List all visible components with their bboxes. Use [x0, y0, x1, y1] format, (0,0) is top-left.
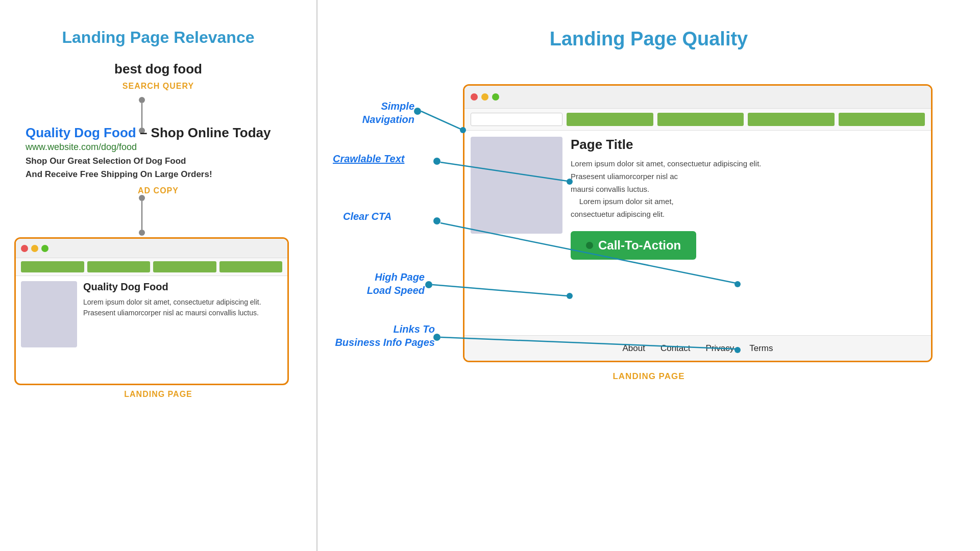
browser-body-right: Page Title Lorem ipsum dolor sit amet, c… — [464, 131, 931, 266]
nav-tab-left-1 — [21, 261, 84, 272]
label-high-page-speed: High PageLoad Speed — [333, 270, 425, 297]
ad-desc-before: Shop Our Great Selection Of — [26, 156, 145, 166]
browser-cta-button[interactable]: Call-To-Action — [571, 231, 696, 260]
browser-content-left: Quality Dog Food Lorem ipsum dolor sit a… — [83, 281, 282, 347]
ad-title-part1: Quality — [26, 125, 74, 140]
browser-left: Quality Dog Food Lorem ipsum dolor sit a… — [14, 237, 289, 385]
nav-tab-right-2 — [657, 113, 744, 126]
nav-tab-left-3 — [153, 261, 216, 272]
browser-nav-left — [16, 258, 287, 276]
ad-desc-bold: Dog Food — [145, 156, 186, 166]
landing-page-label-right: LANDING PAGE — [612, 371, 684, 382]
footer-contact: Contact — [660, 343, 691, 354]
nav-tab-right-4 — [839, 113, 925, 126]
right-dot-yellow — [481, 93, 488, 101]
left-panel: Landing Page Relevance best dog food SEA… — [0, 0, 316, 551]
search-bold: dog food — [145, 61, 202, 77]
search-before: best — [114, 61, 145, 77]
browser-page-title-left: Quality Dog Food — [83, 281, 282, 293]
svg-point-3 — [139, 195, 145, 201]
svg-point-0 — [139, 97, 145, 103]
browser-lorem-right: Lorem ipsum dolor sit amet, consectuetur… — [571, 158, 925, 221]
browser-nav-right — [464, 109, 931, 131]
dot-green — [41, 245, 48, 252]
ad-title-rest: – Shop Online Today — [136, 125, 271, 140]
browser-lorem-left: Lorem ipsum dolor sit amet, consectuetur… — [83, 297, 282, 318]
svg-point-5 — [139, 230, 145, 236]
right-dot-red — [471, 93, 478, 101]
ad-copy-label: AD COPY — [138, 186, 179, 195]
browser-right: Page Title Lorem ipsum dolor sit amet, c… — [463, 84, 933, 362]
ad-title: Quality Dog Food – Shop Online Today — [26, 125, 291, 141]
nav-tab-right-3 — [748, 113, 835, 126]
ad-url: www.website.com/dog/food — [26, 142, 291, 153]
nav-addressbar — [471, 113, 562, 126]
label-simple-navigation: SimpleNavigation — [333, 99, 414, 126]
footer-terms: Terms — [749, 343, 773, 354]
dot-yellow — [31, 245, 38, 252]
ad-desc: Shop Our Great Selection Of Dog Food And… — [26, 155, 291, 181]
browser-titlebar-left — [16, 239, 287, 258]
browser-image-left — [21, 281, 77, 347]
right-dot-green — [492, 93, 499, 101]
nav-tab-left-2 — [87, 261, 151, 272]
right-title: Landing Page Quality — [550, 28, 748, 50]
svg-point-9 — [433, 158, 440, 165]
ad-title-bold: Dog Food — [74, 125, 136, 140]
footer-about: About — [622, 343, 645, 354]
nav-tab-right-1 — [567, 113, 653, 126]
ad-desc-line2: And Receive Free Shipping On Large Order… — [26, 169, 212, 179]
svg-point-12 — [433, 217, 440, 224]
browser-page-title-right: Page Title — [571, 137, 925, 153]
browser-image-right — [471, 137, 562, 234]
search-query-text: best dog food — [114, 61, 202, 77]
footer-privacy: Privacy — [706, 343, 734, 354]
browser-body-left: Quality Dog Food Lorem ipsum dolor sit a… — [16, 276, 287, 353]
left-title: Landing Page Relevance — [62, 28, 254, 47]
right-panel: Landing Page Quality Page Title Lorem ip… — [317, 0, 980, 551]
landing-page-label-left: LANDING PAGE — [124, 390, 192, 399]
svg-point-15 — [425, 281, 432, 288]
dot-red — [21, 245, 28, 252]
svg-line-7 — [421, 111, 463, 130]
ad-copy-block: Quality Dog Food – Shop Online Today www… — [26, 125, 291, 181]
label-crawlable-text: Crawlable Text — [333, 153, 404, 165]
svg-point-6 — [414, 108, 421, 115]
search-query-label: SEARCH QUERY — [122, 82, 194, 91]
browser-footer-right: About Contact Privacy Terms — [464, 335, 931, 361]
label-links-business: Links ToBusiness Info Pages — [323, 322, 435, 349]
nav-tab-left-4 — [219, 261, 283, 272]
cta-dot — [586, 242, 593, 249]
label-clear-cta: Clear CTA — [343, 211, 391, 222]
browser-content-right: Page Title Lorem ipsum dolor sit amet, c… — [571, 137, 925, 260]
browser-titlebar-right — [464, 86, 931, 109]
cta-label: Call-To-Action — [598, 238, 681, 253]
